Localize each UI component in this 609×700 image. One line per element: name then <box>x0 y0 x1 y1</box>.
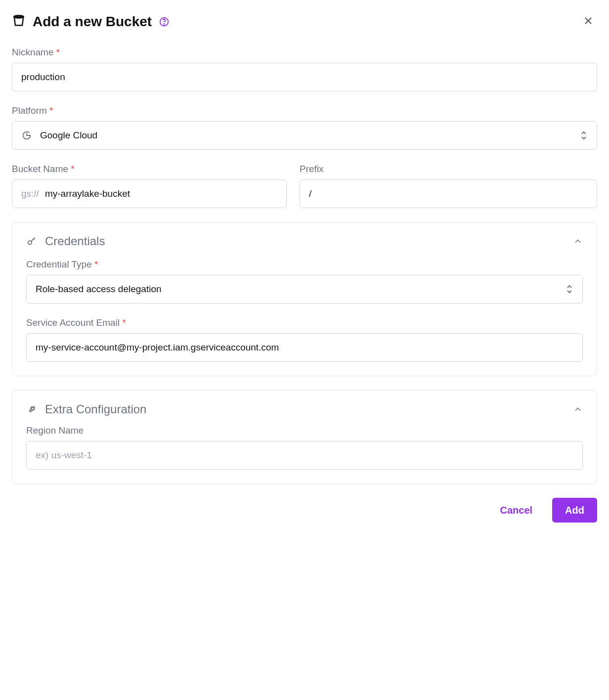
required-marker: * <box>56 47 60 57</box>
platform-label-text: Platform <box>12 105 47 116</box>
field-credential-type: Credential Type * Role-based access dele… <box>26 259 583 304</box>
cancel-button[interactable]: Cancel <box>487 498 546 523</box>
bucket-name-input-group: gs:// <box>12 179 287 208</box>
svg-point-3 <box>28 241 32 244</box>
credential-type-label-text: Credential Type <box>26 259 92 269</box>
prefix-input[interactable] <box>300 179 597 208</box>
extra-config-panel-header[interactable]: Extra Configuration <box>26 402 583 416</box>
nickname-input[interactable] <box>12 63 597 91</box>
bucket-scheme-prefix: gs:// <box>21 188 39 199</box>
platform-select[interactable]: Google Cloud <box>12 121 597 150</box>
chevron-up-icon <box>573 236 583 246</box>
field-prefix: Prefix <box>300 164 597 208</box>
credential-type-selected-value: Role-based access delegation <box>36 284 162 295</box>
row-bucket-prefix: Bucket Name * gs:// Prefix <box>12 164 597 208</box>
header-left: Add a new Bucket <box>12 14 170 30</box>
extra-config-panel: Extra Configuration Region Name <box>12 390 597 484</box>
extra-config-header-left: Extra Configuration <box>26 402 146 416</box>
dialog-footer: Cancel Add <box>12 498 597 523</box>
credential-type-select[interactable]: Role-based access delegation <box>26 275 583 304</box>
bucket-icon <box>12 14 26 30</box>
svg-point-4 <box>33 406 34 407</box>
bucket-name-input[interactable] <box>44 180 277 208</box>
platform-selected-value: Google Cloud <box>40 130 97 141</box>
add-button[interactable]: Add <box>552 498 597 523</box>
credentials-title: Credentials <box>45 234 105 248</box>
required-marker: * <box>71 164 74 174</box>
nickname-label: Nickname * <box>12 47 597 58</box>
credentials-panel: Credentials Credential Type * Role-based… <box>12 222 597 376</box>
help-icon[interactable] <box>159 16 170 27</box>
prefix-label: Prefix <box>300 164 597 175</box>
required-marker: * <box>94 259 98 269</box>
field-region: Region Name <box>26 425 583 470</box>
chevron-up-icon <box>573 404 583 414</box>
bucket-name-label-text: Bucket Name <box>12 164 68 174</box>
field-bucket-name: Bucket Name * gs:// <box>12 164 287 208</box>
bucket-name-label: Bucket Name * <box>12 164 287 175</box>
field-nickname: Nickname * <box>12 47 597 91</box>
extra-config-title: Extra Configuration <box>45 402 146 416</box>
select-updown-icon <box>566 284 573 294</box>
credentials-panel-header[interactable]: Credentials <box>26 234 583 248</box>
service-account-input[interactable] <box>26 333 583 362</box>
close-icon <box>582 15 594 28</box>
field-platform: Platform * Google Cloud <box>12 105 597 150</box>
service-account-label-text: Service Account Email <box>26 317 120 328</box>
credentials-header-left: Credentials <box>26 234 105 248</box>
platform-label: Platform * <box>12 105 597 116</box>
svg-point-2 <box>164 23 164 24</box>
select-updown-icon <box>580 131 588 140</box>
credential-type-label: Credential Type * <box>26 259 583 270</box>
field-service-account: Service Account Email * <box>26 317 583 362</box>
nickname-label-text: Nickname <box>12 47 53 57</box>
key-icon <box>26 236 37 247</box>
dialog-header: Add a new Bucket <box>12 12 597 31</box>
service-account-label: Service Account Email * <box>26 317 583 328</box>
region-input[interactable] <box>26 441 583 470</box>
close-button[interactable] <box>579 12 597 31</box>
required-marker: * <box>122 317 126 328</box>
page-title: Add a new Bucket <box>33 14 152 30</box>
platform-select-left: Google Cloud <box>21 130 97 141</box>
region-label: Region Name <box>26 425 583 436</box>
google-cloud-icon <box>21 130 32 141</box>
required-marker: * <box>49 105 53 116</box>
wrench-icon <box>26 404 37 415</box>
